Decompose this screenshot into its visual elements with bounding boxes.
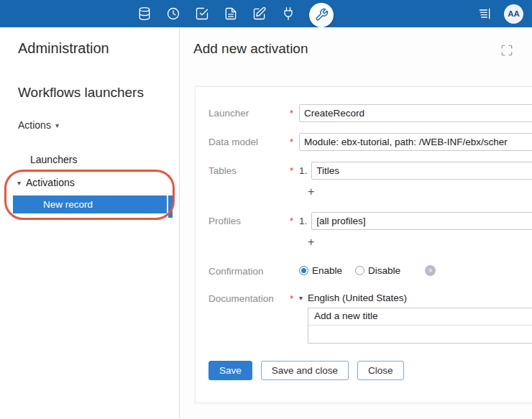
dataset-document-icon[interactable] <box>223 6 239 22</box>
confirmation-enable-label: Enable <box>312 265 342 276</box>
close-button[interactable]: Close <box>357 361 404 380</box>
save-and-close-button[interactable]: Save and close <box>261 361 349 380</box>
form-row-profiles: Profiles * 1. + <box>208 212 532 249</box>
form-row-data-model: Data model * <box>208 133 532 151</box>
form-row-documentation: Documentation * ▾ English (United States… <box>208 290 532 344</box>
profiles-item-index: 1. <box>299 212 307 226</box>
confirmation-label: Confirmation <box>208 266 264 277</box>
documentation-description-input[interactable] <box>308 326 532 343</box>
data-model-label: Data model <box>208 137 258 147</box>
tree-item-activations[interactable]: ▾ Activations <box>17 177 75 188</box>
chevron-down-icon: ▾ <box>17 179 21 187</box>
confirmation-disable-radio[interactable]: Disable <box>355 265 400 276</box>
clock-icon[interactable] <box>165 6 181 22</box>
required-marker: * <box>290 137 293 147</box>
form-row-tables: Tables * 1. + <box>208 162 532 199</box>
documentation-label: Documentation <box>208 293 274 304</box>
documentation-title-input[interactable]: Add a new title <box>308 308 532 326</box>
page-title: Administration <box>18 40 109 57</box>
actions-label: Actions <box>18 119 51 131</box>
topbar-icon-group <box>137 0 334 27</box>
required-marker: * <box>290 165 293 176</box>
tree-item-new-record-label: New record <box>43 199 93 210</box>
required-marker: * <box>290 216 293 226</box>
launcher-label: Launcher <box>208 108 249 119</box>
form-buttons: Save Save and close Close <box>208 361 532 380</box>
radio-selected-icon <box>299 266 308 275</box>
database-icon[interactable] <box>137 6 152 22</box>
add-table-button[interactable]: + <box>308 186 314 198</box>
tree-item-new-record[interactable]: New record <box>13 195 167 213</box>
edit-document-icon[interactable] <box>252 6 267 22</box>
topbar-right: AA <box>477 0 523 27</box>
profiles-item-1: 1. <box>299 212 532 230</box>
data-model-input[interactable] <box>299 133 532 151</box>
tree-item-launchers[interactable]: Launchers <box>30 154 77 165</box>
profiles-label: Profiles <box>208 216 241 226</box>
topbar: AA <box>0 0 532 27</box>
documentation-locale-label: English (United States) <box>308 293 407 303</box>
maximize-icon[interactable] <box>500 44 513 57</box>
check-square-icon[interactable] <box>194 6 210 22</box>
scrollbar-thumb[interactable] <box>168 195 173 218</box>
documentation-locale-toggle[interactable]: ▾ English (United States) <box>299 290 532 303</box>
tree-item-activations-label: Activations <box>26 177 75 188</box>
launcher-input[interactable] <box>299 104 532 122</box>
chevron-down-icon: ▾ <box>299 294 303 302</box>
tables-item-1: 1. <box>299 162 532 180</box>
tables-item-index: 1. <box>299 162 307 176</box>
main-title: Add new activation <box>193 41 308 57</box>
confirmation-enable-radio[interactable]: Enable <box>299 265 342 276</box>
avatar[interactable]: AA <box>504 4 523 24</box>
form-row-confirmation: Confirmation Enable Disable × <box>208 262 532 277</box>
section-title: Workflows launchers <box>18 85 144 101</box>
add-profile-button[interactable]: + <box>308 236 314 248</box>
documentation-editor: Add a new title <box>308 308 532 344</box>
required-marker: * <box>290 108 293 119</box>
chevron-down-icon: ▾ <box>55 121 59 129</box>
radio-unselected-icon <box>355 266 364 275</box>
tables-label: Tables <box>208 165 237 176</box>
required-marker: * <box>290 293 293 304</box>
form-card: Launcher * Data model * Tables * <box>195 86 532 403</box>
clear-value-icon[interactable]: × <box>425 265 436 276</box>
session-log-icon[interactable] <box>477 6 492 22</box>
form-row-launcher: Launcher * <box>208 104 532 122</box>
wrench-icon[interactable] <box>309 3 334 27</box>
actions-dropdown[interactable]: Actions ▾ <box>18 119 59 131</box>
plug-icon[interactable] <box>280 6 296 22</box>
sidebar: Administration Workflows launchers Actio… <box>0 27 180 419</box>
tables-item-input[interactable] <box>311 162 532 180</box>
save-button[interactable]: Save <box>208 361 252 380</box>
confirmation-disable-label: Disable <box>368 265 400 276</box>
profiles-item-input[interactable] <box>311 212 532 230</box>
main-panel: Add new activation Launcher * Data model… <box>180 27 532 419</box>
